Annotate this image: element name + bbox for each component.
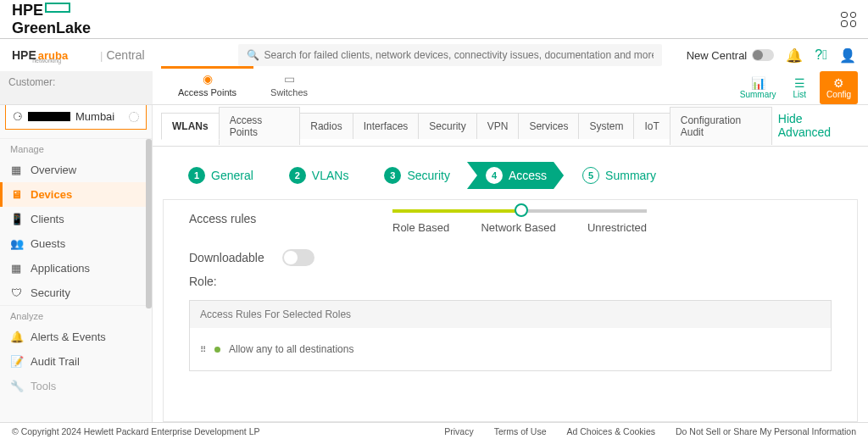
scrollbar[interactable] <box>146 139 152 308</box>
wizard-step-access[interactable]: 4Access <box>467 162 564 189</box>
rules-header: Access Rules For Selected Roles <box>190 301 831 328</box>
slider-label-network: Network Based <box>481 221 555 234</box>
tab-switches[interactable]: ▭ Switches <box>253 69 325 104</box>
subtab-access-points[interactable]: Access Points <box>219 107 301 145</box>
aruba-logo[interactable]: HPE aruba networking | Central <box>12 48 145 62</box>
search-input[interactable] <box>264 49 654 61</box>
list-button[interactable]: ☰List <box>785 75 815 101</box>
network-icon: ⚆ <box>13 110 23 123</box>
user-icon[interactable]: 👤 <box>839 47 856 64</box>
sidebar-item-guests[interactable]: 👥Guests <box>0 231 152 256</box>
drag-handle-icon[interactable]: ⠿ <box>200 345 206 354</box>
new-central-toggle[interactable]: New Central <box>687 49 775 62</box>
rule-text: Allow any to all destinations <box>229 343 353 355</box>
wizard-step-security[interactable]: 3Security <box>365 162 467 189</box>
clients-icon: 📱 <box>10 213 22 225</box>
devices-icon: 🖥 <box>10 188 22 201</box>
help-icon[interactable]: ?⃝ <box>815 47 827 63</box>
footer-donotsell[interactable]: Do Not Sell or Share My Personal Informa… <box>676 426 856 436</box>
wizard-content: Access rules Role Based Network Based Un… <box>163 199 858 422</box>
guests-icon: 👥 <box>10 237 22 250</box>
sidebar-item-overview[interactable]: ▦Overview <box>0 158 152 182</box>
sidebar-item-security[interactable]: 🛡Security <box>0 281 152 305</box>
slider-knob[interactable] <box>515 203 528 217</box>
hide-advanced-link[interactable]: Hide Advanced <box>771 105 860 146</box>
customer-row: Customer: ◉ Access Points ▭ Switches 📊Su… <box>0 71 868 105</box>
wizard-step-summary[interactable]: 5Summary <box>564 162 673 189</box>
gear-icon: ⚙ <box>826 76 851 90</box>
summary-icon: 📊 <box>740 76 776 90</box>
downloadable-label: Downloadable <box>189 251 265 264</box>
hpe-text: HPE <box>12 2 43 19</box>
customer-label: Customer: <box>0 71 153 105</box>
subtab-vpn[interactable]: VPN <box>476 113 520 139</box>
subtab-config-audit[interactable]: Configuration Audit <box>670 107 772 145</box>
greenlake-text: GreenLake <box>12 19 91 36</box>
sidebar-item-devices[interactable]: 🖥Devices <box>0 182 152 207</box>
access-rules-label: Access rules <box>189 207 392 225</box>
search-icon: 🔍 <box>247 49 259 61</box>
redacted-text <box>28 112 70 121</box>
config-button[interactable]: ⚙Config <box>820 71 858 104</box>
slider-track[interactable] <box>392 209 647 213</box>
switch-icon: ▭ <box>270 72 308 86</box>
section-analyze: Analyze <box>0 305 152 325</box>
subtab-interfaces[interactable]: Interfaces <box>353 113 420 139</box>
hpe-box-icon <box>45 3 70 13</box>
wizard-step-vlans[interactable]: 2VLANs <box>270 162 366 189</box>
greenlake-logo[interactable]: HPE GreenLake <box>12 2 91 37</box>
copyright: © Copyright 2024 Hewlett Packard Enterpr… <box>12 426 260 436</box>
subtab-services[interactable]: Services <box>518 113 579 139</box>
role-label: Role: <box>189 275 832 288</box>
global-search[interactable]: 🔍 <box>238 44 662 66</box>
audit-icon: 📝 <box>10 355 22 368</box>
view-tabs: ◉ Access Points ▭ Switches 📊Summary ☰Lis… <box>153 71 868 105</box>
sidebar-item-tools[interactable]: 🔧Tools <box>0 374 152 398</box>
sidebar: ⚆ Mumbai Manage ▦Overview 🖥Devices 📱Clie… <box>0 105 153 422</box>
sidebar-item-clients[interactable]: 📱Clients <box>0 207 152 231</box>
footer-privacy[interactable]: Privacy <box>444 426 473 436</box>
body: ⚆ Mumbai Manage ▦Overview 🖥Devices 📱Clie… <box>0 105 868 422</box>
rule-row[interactable]: ⠿ Allow any to all destinations <box>190 328 831 370</box>
subtab-system[interactable]: System <box>578 113 634 139</box>
sidebar-item-applications[interactable]: ▦Applications <box>0 256 152 281</box>
slider-label-unrestricted: Unrestricted <box>587 221 647 234</box>
status-dot-icon <box>214 347 220 353</box>
ap-icon: ◉ <box>178 72 236 86</box>
aruba-header: HPE aruba networking | Central 🔍 New Cen… <box>0 39 868 71</box>
list-icon: ☰ <box>793 76 807 90</box>
downloadable-toggle[interactable] <box>282 249 314 266</box>
overview-icon: ▦ <box>10 164 22 176</box>
rules-panel: Access Rules For Selected Roles ⠿ Allow … <box>189 300 832 371</box>
footer-ads[interactable]: Ad Choices & Cookies <box>567 426 655 436</box>
main-content: WLANs Access Points Radios Interfaces Se… <box>153 105 868 422</box>
bell-icon[interactable]: 🔔 <box>786 47 803 64</box>
subtab-wlans[interactable]: WLANs <box>161 113 220 140</box>
toggle-icon[interactable] <box>752 49 774 61</box>
apps-grid-icon[interactable] <box>841 12 856 27</box>
sidebar-item-audit[interactable]: 📝Audit Trail <box>0 349 152 374</box>
shield-icon: 🛡 <box>10 286 22 299</box>
slider-label-role: Role Based <box>392 221 449 234</box>
page-footer: © Copyright 2024 Hewlett Packard Enterpr… <box>0 422 868 439</box>
alert-icon: 🔔 <box>10 331 22 343</box>
subtab-iot[interactable]: IoT <box>633 113 670 139</box>
apps-icon: ▦ <box>10 262 22 275</box>
sidebar-item-alerts[interactable]: 🔔Alerts & Events <box>0 325 152 349</box>
footer-terms[interactable]: Terms of Use <box>494 426 547 436</box>
wizard-step-general[interactable]: 1General <box>170 162 270 189</box>
greenlake-bar: HPE GreenLake <box>0 0 868 39</box>
location-name: Mumbai <box>75 110 114 123</box>
subtab-security[interactable]: Security <box>418 113 476 139</box>
summary-button[interactable]: 📊Summary <box>732 75 785 101</box>
config-subtabs: WLANs Access Points Radios Interfaces Se… <box>153 105 868 147</box>
access-rules-slider[interactable]: Role Based Network Based Unrestricted <box>392 207 647 234</box>
tools-icon: 🔧 <box>10 380 22 392</box>
location-selector[interactable]: ⚆ Mumbai <box>5 105 147 130</box>
loading-spinner-icon <box>129 112 139 122</box>
subtab-radios[interactable]: Radios <box>299 113 353 139</box>
tab-access-points[interactable]: ◉ Access Points <box>161 66 253 104</box>
wizard-steps: 1General 2VLANs 3Security 4Access 5Summa… <box>153 147 868 199</box>
section-manage: Manage <box>0 138 152 158</box>
